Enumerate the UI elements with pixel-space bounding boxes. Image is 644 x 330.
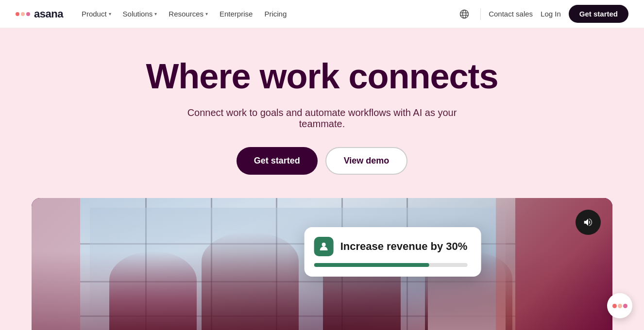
- logo-text: asana: [34, 8, 63, 20]
- fab-dot-orange: [618, 304, 622, 308]
- get-started-nav-button[interactable]: Get started: [569, 5, 628, 23]
- fab-dot-red: [612, 304, 617, 308]
- nav-solutions[interactable]: Solutions ▾: [118, 7, 162, 21]
- hero-buttons: Get started View demo: [237, 147, 408, 175]
- person-silhouette: [202, 232, 299, 330]
- nav-enterprise[interactable]: Enterprise: [215, 7, 257, 21]
- video-card-overlay: Increase revenue by 30%: [305, 227, 481, 277]
- svg-point-1: [463, 10, 466, 18]
- person-silhouette: [109, 251, 197, 330]
- person-icon: [319, 242, 329, 251]
- language-selector-button[interactable]: [456, 6, 473, 22]
- contact-sales-link[interactable]: Contact sales: [489, 10, 533, 18]
- logo-dot-pink: [26, 12, 30, 16]
- hero-subtitle: Connect work to goals and automate workf…: [176, 107, 468, 130]
- sound-toggle-button[interactable]: [576, 210, 601, 235]
- nav-divider: [480, 8, 481, 20]
- hero-section: Where work connects Connect work to goal…: [0, 28, 644, 330]
- nav-product[interactable]: Product ▾: [77, 7, 116, 21]
- chevron-down-icon: ▾: [109, 11, 111, 16]
- card-top: Increase revenue by 30%: [314, 237, 468, 256]
- nav-pricing[interactable]: Pricing: [259, 7, 291, 21]
- nav-right: Contact sales Log In Get started: [456, 5, 628, 23]
- hero-view-demo-button[interactable]: View demo: [325, 147, 408, 175]
- nav-links: Product ▾ Solutions ▾ Resources ▾ Enterp…: [77, 7, 291, 21]
- fab-dots: [612, 304, 627, 308]
- logo-dot-red: [16, 12, 19, 16]
- card-label: Increase revenue by 30%: [340, 240, 468, 253]
- svg-point-4: [322, 243, 326, 247]
- hero-title: Where work connects: [146, 57, 498, 96]
- svg-point-0: [460, 10, 469, 18]
- card-progress-bar: [314, 263, 468, 267]
- navbar: asana Product ▾ Solutions ▾ Resources ▾ …: [0, 0, 644, 28]
- fab-dot-pink: [623, 304, 627, 308]
- logo-link[interactable]: asana: [16, 8, 63, 20]
- card-icon: [314, 237, 334, 256]
- login-link[interactable]: Log In: [541, 10, 561, 18]
- hero-video-container[interactable]: Increase revenue by 30%: [32, 198, 612, 330]
- chevron-down-icon: ▾: [154, 11, 157, 16]
- hero-get-started-button[interactable]: Get started: [237, 147, 318, 175]
- globe-icon: [459, 9, 469, 19]
- logo-dot-orange: [21, 12, 25, 16]
- video-inner: Increase revenue by 30%: [32, 198, 612, 330]
- asana-fab-button[interactable]: [607, 293, 632, 318]
- nav-left: asana Product ▾ Solutions ▾ Resources ▾ …: [16, 7, 291, 21]
- speaker-icon: [583, 217, 593, 228]
- nav-resources[interactable]: Resources ▾: [164, 7, 213, 21]
- card-progress-fill: [314, 263, 429, 267]
- logo-dots: [16, 12, 30, 16]
- chevron-down-icon: ▾: [205, 11, 208, 16]
